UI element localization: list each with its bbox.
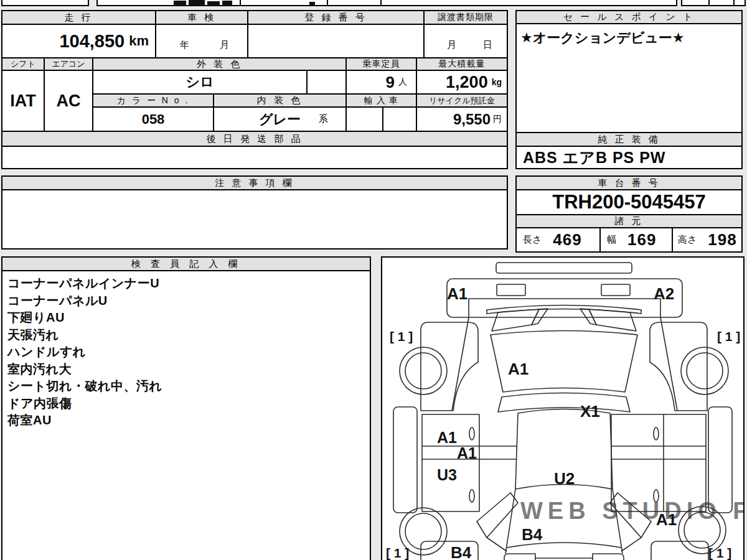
spec-width-label: 幅 (607, 234, 616, 246)
inspector-item: コーナーパネルU (7, 292, 365, 310)
transfer-deadline-header: 譲渡書類期限 (423, 10, 508, 25)
interior-color-value-cell: グレー 系 (213, 106, 347, 132)
front-right-wheel (681, 347, 728, 394)
mark-rear-right: A1 (656, 510, 677, 529)
mark-rear-left: B4 (451, 543, 472, 560)
right-rocker (708, 407, 732, 513)
capacity-value-cell: 9 人 (345, 70, 417, 95)
chassis-no-header: 車 台 番 号 (515, 175, 743, 190)
recycle-header: リサイクル預託金 (416, 93, 508, 108)
sales-point-value-cell: ★オークションデビュー★ (515, 23, 743, 133)
transfer-day-label: 日 (483, 39, 492, 51)
cropped-row-cell (380, 0, 677, 6)
mark-front-right: A2 (654, 284, 674, 303)
vehicle-diagram-box: WEB STUDIO PRO (381, 256, 745, 560)
registration-cell (247, 24, 425, 58)
mileage-unit: km (129, 33, 149, 49)
inspector-item: 室内汚れ大 (7, 361, 365, 378)
shaken-header: 車 検 (155, 10, 248, 25)
inspector-body: コーナーパネルインナーU コーナーパネルU 下廻りAU 天張汚れ ハンドルすれ … (1, 270, 371, 560)
front-left-fender (421, 322, 478, 411)
tire-mark-front-left: [ 1 ] (390, 329, 413, 343)
spec-length-cell: 長さ 469 (515, 227, 601, 253)
spec-width-cell: 幅 169 (599, 227, 673, 253)
spec-width-value: 169 (627, 230, 656, 250)
recycle-value: 9,550 (453, 111, 491, 128)
exterior-color-header: 外 装 色 (92, 57, 347, 71)
cropped-row-cell (327, 0, 382, 6)
spec-height-value: 198 (708, 230, 736, 250)
cropped-row-cell (1, 0, 89, 6)
mark-rear-center: B4 (522, 525, 543, 544)
cropped-text-remnant (222, 1, 232, 6)
mark-front-left: A1 (447, 284, 467, 303)
inspector-item: 下廻りAU (7, 309, 365, 327)
watermark-text: WEB STUDIO PRO (520, 498, 743, 524)
shaken-year-label: 年 (180, 39, 189, 51)
spec-length-label: 長さ (523, 234, 542, 246)
genuine-equipment-value-cell: ABS エアB PS PW (515, 146, 743, 169)
tire-mark-front-right: [ 1 ] (717, 329, 740, 343)
cropped-row-cell (708, 0, 735, 6)
import-header: 輸 入 車 (345, 93, 417, 108)
notes-body (1, 189, 508, 250)
mileage-header: 走 行 (1, 10, 156, 25)
left-rocker (393, 407, 417, 513)
aircon-header: エアコン (44, 57, 93, 71)
genuine-equipment-value: ABS エアB PS PW (523, 147, 665, 168)
inspector-header: 検 査 員 記 入 欄 (1, 256, 371, 271)
front-top-strip (496, 263, 632, 273)
inspector-item: 荷室AU (7, 412, 365, 429)
capacity-unit: 人 (398, 77, 407, 88)
chassis-no-value-cell: TRH200-5045457 (515, 189, 743, 215)
front-panel (447, 279, 682, 317)
mark-left-door-upper: A1 (437, 429, 457, 446)
color-no-header: カ ラ ー N o . (92, 93, 214, 108)
rear-right-quarter (651, 541, 708, 560)
interior-color-header: 内 装 色 (213, 93, 347, 108)
shift-value-cell: IAT (1, 70, 45, 132)
capacity-value: 9 (386, 73, 395, 92)
import-cell-2 (382, 106, 417, 132)
payload-unit: kg (492, 77, 502, 87)
aircon-value: AC (57, 91, 81, 111)
interior-color-suffix: 系 (319, 113, 328, 125)
mark-left-door-lower: U3 (437, 466, 457, 483)
spec-height-cell: 高さ 198 (672, 227, 743, 253)
mark-left-door-mid: A1 (457, 444, 477, 462)
front-right-fender (650, 322, 707, 411)
mark-windshield: A1 (508, 360, 529, 378)
recycle-unit: 円 (493, 114, 502, 125)
spec-length-value: 469 (553, 230, 581, 250)
auction-sheet: 走 行 車 検 登 録 番 号 譲渡書類期限 104,850 km 年 月 月 … (0, 0, 747, 560)
mileage-value: 104,850 (59, 31, 125, 52)
cropped-text-remnant (309, 2, 315, 6)
genuine-equipment-header: 純 正 装 備 (515, 132, 743, 147)
spec-height-label: 高さ (678, 234, 697, 246)
specs-header: 諸 元 (515, 214, 743, 228)
sales-point-header: セ ー ル ス ポ イ ン ト (515, 10, 743, 24)
mark-cowl: X1 (580, 402, 600, 421)
vehicle-diagram: WEB STUDIO PRO (382, 258, 743, 560)
import-cell-1 (345, 106, 383, 132)
shift-header: シフト (1, 57, 45, 71)
aircon-value-cell: AC (44, 70, 93, 132)
color-no-value: 058 (142, 111, 165, 128)
notes-header: 注 意 事 項 欄 (1, 175, 508, 190)
shift-value: IAT (10, 91, 36, 111)
inspector-item: ハンドルすれ (7, 343, 365, 361)
cropped-row-cell (681, 0, 710, 6)
shaken-month-label: 月 (220, 39, 229, 51)
inspector-item: ドア内張傷 (7, 395, 365, 413)
front-left-wheel (400, 347, 447, 394)
exterior-color-sub-cell (306, 70, 347, 95)
registration-header: 登 録 番 号 (247, 10, 425, 25)
later-shipping-header: 後 日 発 送 部 品 (1, 131, 508, 147)
inspector-item: 天張汚れ (7, 327, 365, 344)
tire-mark-rear-left: [ 1 ] (386, 546, 409, 560)
later-shipping-value-cell (1, 146, 508, 169)
mark-roof: U2 (554, 469, 575, 488)
cropped-text-remnant (174, 1, 186, 6)
cropped-text-remnant (189, 0, 205, 6)
capacity-header: 乗車定員 (345, 57, 417, 71)
